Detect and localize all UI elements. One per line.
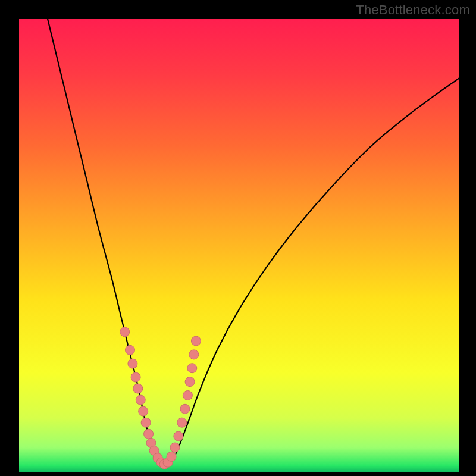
sample-point: [128, 359, 137, 368]
sample-point: [185, 377, 195, 387]
sample-point: [189, 350, 199, 359]
sample-point: [141, 418, 151, 427]
sample-point: [183, 390, 192, 400]
watermark-text: TheBottleneck.com: [356, 2, 470, 18]
sample-point: [191, 336, 201, 346]
sample-point: [131, 372, 140, 382]
sample-point: [136, 395, 145, 405]
sample-point: [144, 429, 154, 439]
sample-point: [177, 418, 187, 427]
sample-point: [180, 404, 190, 414]
sample-point: [139, 406, 148, 416]
bottleneck-curve: [48, 19, 459, 466]
sample-point: [170, 443, 180, 452]
sample-point: [133, 384, 143, 393]
sample-point: [120, 327, 130, 337]
sample-point: [187, 364, 197, 373]
sample-points: [120, 327, 201, 469]
sample-point: [174, 431, 183, 441]
sample-point: [167, 452, 176, 461]
sample-point: [125, 345, 134, 355]
